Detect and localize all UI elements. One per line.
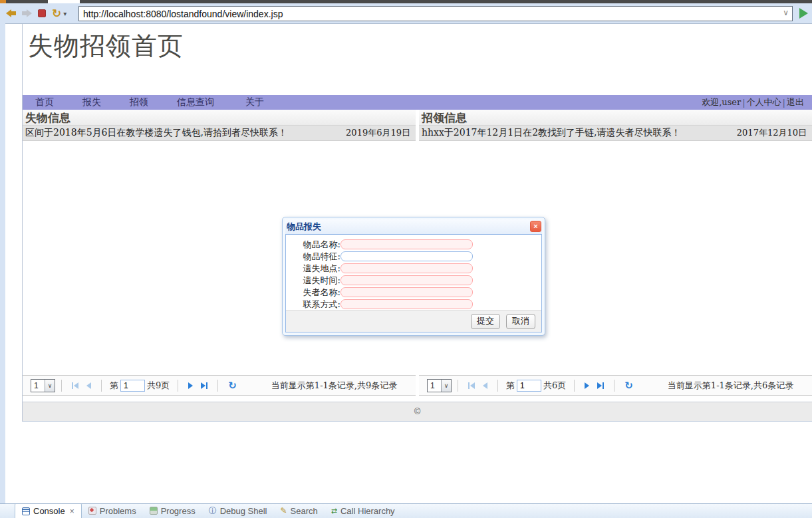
page-number-input[interactable] — [120, 380, 145, 392]
tab-call-hierarchy[interactable]: ⇄ Call Hierarchy — [325, 503, 402, 518]
lost-place-input[interactable] — [340, 263, 473, 273]
lost-pager: 1 ∨ 第 共9页 ↻ 当前显示第1-1条记录,共9条记录 — [23, 375, 416, 396]
cancel-button[interactable]: 取消 — [506, 314, 535, 329]
lost-time-label: 遗失时间: — [286, 275, 340, 287]
tab-label: Problems — [100, 506, 136, 516]
nav-user-area: 欢迎,user | 个人中心 | 退出 — [702, 96, 812, 108]
item-name-input[interactable] — [340, 239, 473, 249]
logout-link[interactable]: 退出 — [787, 96, 804, 108]
found-item-text: hhxx于2017年12月1日在2教找到了手链,请遗失者尽快联系！ — [422, 127, 737, 139]
lost-time-input[interactable] — [340, 275, 473, 285]
forward-button[interactable] — [22, 9, 32, 17]
url-dropdown-chevron-icon[interactable]: ∨ — [783, 8, 789, 17]
page-number-input[interactable] — [517, 380, 541, 392]
submit-button[interactable]: 提交 — [471, 314, 500, 329]
last-page-button[interactable] — [597, 382, 604, 389]
url-input[interactable] — [78, 6, 793, 21]
page-prefix-label: 第 — [506, 380, 515, 392]
chevron-down-icon[interactable]: ▾ — [63, 10, 67, 17]
contact-label: 联系方式: — [286, 299, 340, 311]
tab-debug-shell[interactable]: ⓘ Debug Shell — [202, 503, 274, 518]
last-page-button[interactable] — [201, 382, 207, 389]
tab-problems[interactable]: Problems — [82, 503, 143, 518]
lost-place-label: 遗失地点: — [286, 263, 340, 275]
close-icon[interactable]: × — [70, 507, 74, 516]
total-pages-label: 共9页 — [147, 380, 170, 392]
stop-icon — [38, 9, 46, 17]
lost-item-text: 区间于2018年5月6日在教学楼遗失了钱包,请拾到者尽快联系！ — [25, 127, 346, 139]
ide-view-tabbar: Console × Problems Progress ⓘ Debug Shel… — [0, 503, 812, 518]
nav-item-found[interactable]: 招领 — [130, 96, 148, 108]
tab-label: Debug Shell — [220, 506, 267, 516]
found-item-row[interactable]: hhxx于2017年12月1日在2教找到了手链,请遗失者尽快联系！ 2017年1… — [419, 126, 812, 141]
next-page-button[interactable] — [585, 382, 589, 389]
first-page-button[interactable] — [468, 382, 475, 389]
welcome-text: 欢迎,user — [702, 96, 741, 108]
tab-console[interactable]: Console × — [15, 503, 82, 518]
nav-item-about[interactable]: 关于 — [245, 96, 264, 108]
found-pager: 1 ∨ 第 共6页 ↻ 当前显示第1-1条记录,共6条记录 — [419, 375, 812, 396]
divider — [458, 380, 458, 392]
nav-item-report-loss[interactable]: 报失 — [82, 96, 101, 108]
tab-label: Progress — [161, 506, 196, 516]
pager-status-text: 当前显示第1-1条记录,共6条记录 — [668, 380, 793, 392]
site-footer: © — [23, 402, 812, 422]
go-button[interactable] — [799, 8, 808, 19]
found-items-header: 招领信息 — [419, 110, 812, 126]
problems-icon — [88, 507, 96, 515]
stop-button[interactable] — [38, 9, 46, 17]
tab-label: Console — [33, 506, 65, 516]
url-bar: ∨ — [78, 6, 793, 21]
loser-name-label: 失者名称: — [286, 287, 340, 299]
dialog-title: 物品报失 — [285, 221, 321, 233]
next-page-button[interactable] — [188, 382, 193, 389]
loser-name-input[interactable] — [340, 287, 473, 297]
dialog-titlebar[interactable]: 物品报失 × — [285, 219, 542, 234]
lost-item-date: 2019年6月19日 — [346, 127, 410, 139]
page-title-block: 失物招领首页 — [23, 24, 812, 95]
refresh-icon[interactable]: ↻ — [624, 380, 633, 392]
profile-link[interactable]: 个人中心 — [747, 96, 781, 108]
call-hierarchy-icon: ⇄ — [331, 507, 337, 515]
browser-viewport: 失物招领首页 首页 报失 招领 信息查询 关于 欢迎,user | 个人中心 |… — [5, 24, 812, 503]
chevron-down-icon: ∨ — [45, 380, 55, 392]
report-loss-dialog: 物品报失 × 物品名称: 物品特征: 遗失地点: 遗失时间: — [282, 217, 545, 336]
divider — [497, 380, 498, 392]
tab-search[interactable]: ✎ Search — [274, 503, 325, 518]
main-nav: 首页 报失 招领 信息查询 关于 欢迎,user | 个人中心 | 退出 — [23, 95, 812, 110]
refresh-icon[interactable]: ↻ — [228, 380, 237, 392]
page-prefix-label: 第 — [110, 380, 118, 392]
separator: | — [742, 98, 745, 108]
chevron-down-icon: ∨ — [441, 380, 451, 392]
nav-item-info-query[interactable]: 信息查询 — [177, 96, 214, 108]
separator: | — [782, 98, 786, 108]
tab-progress[interactable]: Progress — [143, 503, 202, 518]
divider — [614, 380, 614, 392]
refresh-button[interactable]: ↻ ▾ — [52, 8, 67, 19]
prev-page-button[interactable] — [86, 382, 91, 389]
dialog-buttonbar: 提交 取消 — [286, 310, 541, 332]
contact-input[interactable] — [340, 299, 473, 309]
page-title: 失物招领首页 — [28, 29, 812, 63]
page-size-select[interactable]: 1 ∨ — [427, 379, 452, 392]
lost-item-row[interactable]: 区间于2018年5月6日在教学楼遗失了钱包,请拾到者尽快联系！ 2019年6月1… — [23, 126, 416, 141]
nav-item-home[interactable]: 首页 — [35, 96, 54, 108]
close-icon[interactable]: × — [530, 221, 541, 232]
forward-arrow-icon — [22, 9, 32, 17]
page-size-select[interactable]: 1 ∨ — [31, 379, 55, 392]
divider — [574, 380, 575, 392]
found-item-date: 2017年12月10日 — [737, 127, 807, 139]
console-icon — [22, 507, 30, 515]
total-pages-label: 共6页 — [543, 380, 566, 392]
window-edge — [0, 3, 5, 503]
refresh-icon: ↻ — [52, 8, 61, 19]
search-icon: ✎ — [281, 507, 287, 515]
item-feature-input[interactable] — [340, 251, 473, 261]
page-size-value: 1 — [31, 380, 45, 392]
divider — [217, 380, 218, 392]
prev-page-button[interactable] — [483, 382, 487, 389]
first-page-button[interactable] — [72, 382, 78, 389]
item-name-label: 物品名称: — [286, 239, 340, 251]
divider — [61, 380, 62, 392]
back-button[interactable] — [6, 9, 16, 17]
